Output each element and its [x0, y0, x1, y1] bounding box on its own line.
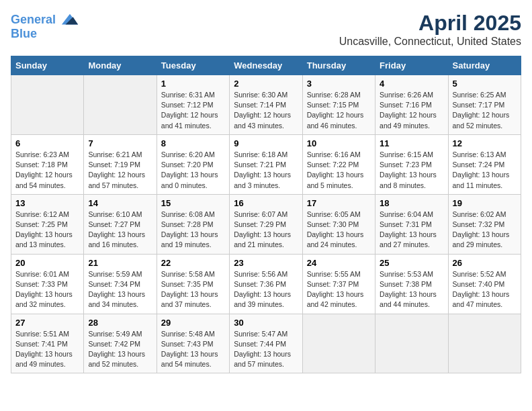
calendar-cell: 25Sunrise: 5:53 AMSunset: 7:38 PMDayligh… [375, 254, 448, 314]
header-day-sunday: Sunday [11, 56, 84, 75]
day-info: Sunrise: 5:59 AMSunset: 7:34 PMDaylight:… [88, 269, 152, 310]
calendar-cell: 21Sunrise: 5:59 AMSunset: 7:34 PMDayligh… [84, 254, 157, 314]
day-number: 21 [88, 258, 152, 268]
day-number: 30 [234, 318, 298, 328]
day-number: 22 [161, 258, 225, 268]
calendar-cell: 29Sunrise: 5:48 AMSunset: 7:43 PMDayligh… [157, 314, 229, 373]
calendar-cell: 30Sunrise: 5:47 AMSunset: 7:44 PMDayligh… [230, 314, 302, 373]
day-number: 11 [380, 138, 443, 148]
calendar-cell: 6Sunrise: 6:23 AMSunset: 7:18 PMDaylight… [11, 134, 84, 194]
header-day-saturday: Saturday [448, 56, 521, 75]
title-block: April 2025 Uncasville, Connecticut, Unit… [339, 11, 521, 48]
calendar-cell: 17Sunrise: 6:05 AMSunset: 7:30 PMDayligh… [302, 194, 375, 254]
day-info: Sunrise: 6:15 AMSunset: 7:23 PMDaylight:… [380, 150, 443, 191]
day-info: Sunrise: 6:13 AMSunset: 7:24 PMDaylight:… [453, 150, 517, 191]
day-info: Sunrise: 6:12 AMSunset: 7:25 PMDaylight:… [15, 210, 79, 250]
calendar-cell: 20Sunrise: 6:01 AMSunset: 7:33 PMDayligh… [11, 254, 84, 314]
day-info: Sunrise: 6:05 AMSunset: 7:30 PMDaylight:… [307, 210, 371, 250]
day-number: 25 [380, 258, 443, 268]
calendar-cell: 10Sunrise: 6:16 AMSunset: 7:22 PMDayligh… [302, 134, 375, 194]
day-number: 2 [234, 79, 298, 89]
calendar-cell: 9Sunrise: 6:18 AMSunset: 7:21 PMDaylight… [230, 134, 302, 194]
day-number: 19 [453, 198, 517, 208]
calendar-cell [11, 75, 84, 135]
day-number: 26 [453, 258, 517, 268]
day-info: Sunrise: 5:51 AMSunset: 7:41 PMDaylight:… [15, 329, 79, 370]
day-number: 14 [88, 198, 152, 208]
day-number: 17 [307, 198, 371, 208]
page-header: General Blue April 2025 Uncasville, Conn… [11, 11, 521, 48]
calendar-cell: 2Sunrise: 6:30 AMSunset: 7:14 PMDaylight… [230, 75, 302, 135]
calendar-header-row: SundayMondayTuesdayWednesdayThursdayFrid… [11, 56, 521, 75]
day-number: 20 [15, 258, 79, 268]
day-info: Sunrise: 6:20 AMSunset: 7:20 PMDaylight:… [161, 150, 225, 191]
day-number: 29 [161, 318, 225, 328]
day-info: Sunrise: 6:28 AMSunset: 7:15 PMDaylight:… [307, 90, 371, 131]
day-info: Sunrise: 5:47 AMSunset: 7:44 PMDaylight:… [234, 329, 298, 370]
calendar-cell: 15Sunrise: 6:08 AMSunset: 7:28 PMDayligh… [157, 194, 229, 254]
day-info: Sunrise: 5:53 AMSunset: 7:38 PMDaylight:… [380, 269, 443, 310]
day-info: Sunrise: 6:07 AMSunset: 7:29 PMDaylight:… [234, 210, 298, 250]
calendar-cell: 16Sunrise: 6:07 AMSunset: 7:29 PMDayligh… [230, 194, 302, 254]
day-number: 13 [15, 198, 79, 208]
calendar-cell: 3Sunrise: 6:28 AMSunset: 7:15 PMDaylight… [302, 75, 375, 135]
day-info: Sunrise: 6:18 AMSunset: 7:21 PMDaylight:… [234, 150, 298, 191]
calendar-cell: 19Sunrise: 6:02 AMSunset: 7:32 PMDayligh… [448, 194, 521, 254]
calendar-cell: 5Sunrise: 6:25 AMSunset: 7:17 PMDaylight… [448, 75, 521, 135]
calendar-cell: 4Sunrise: 6:26 AMSunset: 7:16 PMDaylight… [375, 75, 448, 135]
day-info: Sunrise: 6:25 AMSunset: 7:17 PMDaylight:… [453, 90, 517, 131]
calendar-subtitle: Uncasville, Connecticut, United States [339, 36, 521, 48]
day-info: Sunrise: 5:55 AMSunset: 7:37 PMDaylight:… [307, 269, 371, 310]
calendar-cell [448, 314, 521, 373]
day-info: Sunrise: 6:16 AMSunset: 7:22 PMDaylight:… [307, 150, 371, 191]
calendar-cell: 26Sunrise: 5:52 AMSunset: 7:40 PMDayligh… [448, 254, 521, 314]
day-info: Sunrise: 5:48 AMSunset: 7:43 PMDaylight:… [161, 329, 225, 370]
day-info: Sunrise: 6:08 AMSunset: 7:28 PMDaylight:… [161, 210, 225, 250]
calendar-cell [375, 314, 448, 373]
calendar-cell: 7Sunrise: 6:21 AMSunset: 7:19 PMDaylight… [84, 134, 157, 194]
day-number: 9 [234, 138, 298, 148]
calendar-week-row: 1Sunrise: 6:31 AMSunset: 7:12 PMDaylight… [11, 75, 521, 135]
day-info: Sunrise: 6:23 AMSunset: 7:18 PMDaylight:… [15, 150, 79, 191]
header-day-wednesday: Wednesday [230, 56, 302, 75]
day-number: 6 [15, 138, 79, 148]
logo: General Blue [11, 11, 79, 41]
calendar-cell: 13Sunrise: 6:12 AMSunset: 7:25 PMDayligh… [11, 194, 84, 254]
day-info: Sunrise: 5:52 AMSunset: 7:40 PMDaylight:… [453, 269, 517, 310]
calendar-title: April 2025 [339, 11, 521, 36]
day-info: Sunrise: 6:21 AMSunset: 7:19 PMDaylight:… [88, 150, 152, 191]
header-day-friday: Friday [375, 56, 448, 75]
day-info: Sunrise: 5:56 AMSunset: 7:36 PMDaylight:… [234, 269, 298, 310]
day-number: 8 [161, 138, 225, 148]
day-number: 5 [453, 79, 517, 89]
calendar-week-row: 13Sunrise: 6:12 AMSunset: 7:25 PMDayligh… [11, 194, 521, 254]
day-number: 16 [234, 198, 298, 208]
day-info: Sunrise: 6:02 AMSunset: 7:32 PMDaylight:… [453, 210, 517, 250]
day-number: 24 [307, 258, 371, 268]
day-number: 3 [307, 79, 371, 89]
calendar-cell: 1Sunrise: 6:31 AMSunset: 7:12 PMDaylight… [157, 75, 229, 135]
day-info: Sunrise: 5:49 AMSunset: 7:42 PMDaylight:… [88, 329, 152, 370]
calendar-table: SundayMondayTuesdayWednesdayThursdayFrid… [11, 56, 521, 373]
day-info: Sunrise: 5:58 AMSunset: 7:35 PMDaylight:… [161, 269, 225, 310]
day-number: 18 [380, 198, 443, 208]
calendar-cell [84, 75, 157, 135]
day-number: 27 [15, 318, 79, 328]
day-number: 4 [380, 79, 443, 89]
calendar-cell: 12Sunrise: 6:13 AMSunset: 7:24 PMDayligh… [448, 134, 521, 194]
day-info: Sunrise: 6:10 AMSunset: 7:27 PMDaylight:… [88, 210, 152, 250]
calendar-week-row: 20Sunrise: 6:01 AMSunset: 7:33 PMDayligh… [11, 254, 521, 314]
day-number: 23 [234, 258, 298, 268]
day-info: Sunrise: 6:01 AMSunset: 7:33 PMDaylight:… [15, 269, 79, 310]
day-info: Sunrise: 6:04 AMSunset: 7:31 PMDaylight:… [380, 210, 443, 250]
day-number: 10 [307, 138, 371, 148]
day-number: 12 [453, 138, 517, 148]
calendar-cell: 27Sunrise: 5:51 AMSunset: 7:41 PMDayligh… [11, 314, 84, 373]
calendar-cell: 24Sunrise: 5:55 AMSunset: 7:37 PMDayligh… [302, 254, 375, 314]
calendar-week-row: 6Sunrise: 6:23 AMSunset: 7:18 PMDaylight… [11, 134, 521, 194]
day-info: Sunrise: 6:31 AMSunset: 7:12 PMDaylight:… [161, 90, 225, 131]
calendar-cell: 22Sunrise: 5:58 AMSunset: 7:35 PMDayligh… [157, 254, 229, 314]
day-number: 15 [161, 198, 225, 208]
header-day-monday: Monday [84, 56, 157, 75]
day-number: 28 [88, 318, 152, 328]
